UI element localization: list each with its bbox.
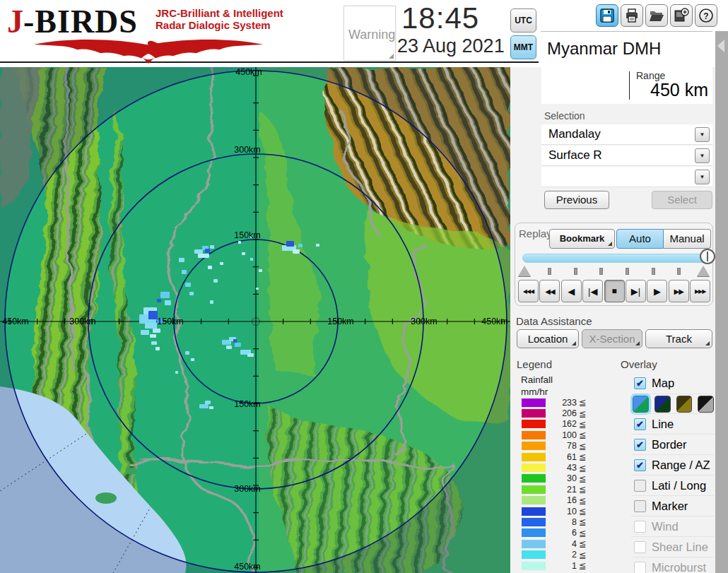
clock-time: 18:45 [401, 1, 479, 35]
open-folder-button[interactable] [645, 4, 668, 27]
bookmark-button[interactable]: Bookmark [549, 229, 615, 249]
legend-swatch [522, 496, 546, 504]
svg-text:300km: 300km [411, 317, 438, 326]
warning-panel[interactable]: Warning [344, 6, 396, 61]
legend-value: 100 [548, 430, 577, 440]
legend-value: 8 [548, 517, 577, 527]
svg-text:150km: 150km [327, 317, 354, 326]
overlay-item-shear-line: Shear Line [631, 536, 714, 557]
legend-suffix: ≦ [579, 516, 586, 527]
border-checkbox[interactable]: ✔ [634, 439, 646, 451]
utc-button[interactable]: UTC [510, 8, 536, 33]
eagle-icon [7, 37, 290, 64]
marker-checkbox[interactable] [634, 500, 646, 512]
replay-range-start-marker[interactable] [518, 266, 531, 276]
legend-suffix: ≦ [579, 550, 586, 560]
add-image-button[interactable] [670, 4, 693, 27]
playback-skip-to-end-button[interactable]: ▶▶▶ [690, 280, 710, 302]
range-az-checkbox[interactable]: ✔ [634, 459, 646, 471]
map-checkbox[interactable]: ✔ [634, 377, 646, 389]
lati-long-checkbox[interactable] [634, 480, 646, 492]
help-button[interactable]: ? [695, 4, 717, 27]
legend-row: 21≦ [517, 484, 609, 495]
selection-dropdown-2[interactable]: ▼ [541, 167, 712, 187]
overlay-label: Overlay [621, 358, 657, 370]
legend-row: 206≦ [517, 408, 609, 418]
timeline-tick [599, 268, 603, 275]
skip-to-start-icon: |◀ [588, 286, 597, 297]
svg-text:150km: 150km [157, 317, 184, 326]
replay-timeline-slider[interactable] [522, 254, 708, 263]
legend-swatch [522, 562, 546, 570]
playback-skip-to-start-button[interactable]: |◀ [582, 280, 603, 302]
chevron-down-icon[interactable]: ▼ [695, 170, 710, 184]
data-assistance-label: Data Assistance [516, 315, 592, 327]
legend-swatch [522, 463, 546, 472]
corner-arrow-icon [608, 242, 612, 246]
selection-label: Selection [544, 110, 585, 122]
timeline-tick [548, 268, 551, 275]
resize-grip-icon[interactable] [389, 54, 394, 59]
playback-fast-forward-button[interactable]: ▶▶ [669, 280, 689, 302]
map-style-olive-gold[interactable] [676, 396, 693, 413]
chevron-down-icon[interactable]: ▼ [695, 127, 710, 142]
overlay-item-range-az: ✔Range / AZ [631, 454, 714, 475]
print-button[interactable] [621, 4, 643, 27]
legend-row: 16≦ [517, 495, 609, 506]
svg-text:300km: 300km [234, 484, 261, 494]
x-section-button[interactable]: X-Section [582, 329, 642, 348]
fast-forward-icon: ▶▶ [674, 288, 683, 295]
playback-step-back-button[interactable]: ◀ [561, 280, 582, 302]
legend-value: 78 [548, 441, 577, 451]
playback-play-button[interactable]: ▶ [647, 280, 667, 302]
legend-row: 4≦ [517, 538, 609, 549]
overlay-item-label: Line [652, 418, 674, 431]
playback-rewind-button[interactable]: ◀◀ [539, 280, 560, 302]
line-checkbox[interactable]: ✔ [634, 418, 646, 430]
chevron-down-icon[interactable]: ▼ [695, 148, 710, 163]
mmt-button[interactable]: MMT [510, 35, 536, 59]
map-style-black-gray[interactable] [698, 396, 714, 413]
legend-row: 43≦ [517, 462, 609, 473]
previous-button[interactable]: Previous [544, 191, 609, 209]
playback-stop-button[interactable]: ■ [604, 280, 625, 302]
legend-value: 2 [548, 550, 577, 560]
legend-value: 162 [548, 419, 577, 429]
playback-fast-rewind-button[interactable]: ◀◀◀ [518, 280, 539, 302]
logo-text-j: J [7, 4, 23, 40]
legend-suffix: ≦ [579, 506, 586, 516]
legend-title: Rainfall mm/hr [521, 374, 553, 398]
replay-range-end-marker[interactable] [697, 266, 710, 276]
overlay-item-label: Lati / Long [652, 479, 706, 492]
panel-collapse-strip[interactable] [715, 31, 728, 573]
svg-text:150km: 150km [234, 399, 261, 409]
rewind-icon: ◀◀ [545, 288, 554, 295]
timeline-tick [626, 268, 629, 275]
legend-swatch [522, 431, 546, 439]
selection-dropdown-0[interactable]: Mandalay▼ [541, 124, 712, 145]
select-button[interactable]: Select [652, 191, 712, 209]
legend-row: 8≦ [517, 516, 609, 527]
auto-button[interactable]: Auto [616, 229, 664, 249]
track-button[interactable]: Track [645, 329, 712, 348]
overlay-item-lati-long: Lati / Long [631, 475, 714, 495]
skip-to-end-icon: ▶▶▶ [695, 288, 705, 295]
legend-value: 16 [548, 495, 577, 505]
location-button[interactable]: Location [517, 329, 579, 348]
legend-scale: 233≦206≦162≦100≦78≦61≦43≦30≦21≦16≦10≦8≦6… [517, 397, 609, 571]
step-back-icon: ◀ [568, 286, 575, 297]
radar-map[interactable]: 450km300km150km150km300km450km450km300km… [0, 67, 510, 573]
selection-dropdown-1[interactable]: Surface R▼ [541, 146, 712, 166]
map-style-navy-darkgreen[interactable] [654, 396, 671, 413]
legend-row: 162≦ [517, 419, 609, 430]
stop-icon: ■ [611, 286, 616, 296]
save-button[interactable] [596, 4, 618, 27]
legend-swatch [522, 474, 546, 483]
legend-suffix: ≦ [579, 451, 586, 462]
manual-button[interactable]: Manual [664, 229, 711, 249]
legend-value: 21 [548, 485, 577, 495]
map-style-blue-green[interactable] [633, 396, 649, 413]
collapse-arrow-icon [717, 40, 724, 52]
replay-slider-handle[interactable] [700, 249, 715, 264]
playback-step-forward-button[interactable]: ▶| [626, 280, 646, 302]
